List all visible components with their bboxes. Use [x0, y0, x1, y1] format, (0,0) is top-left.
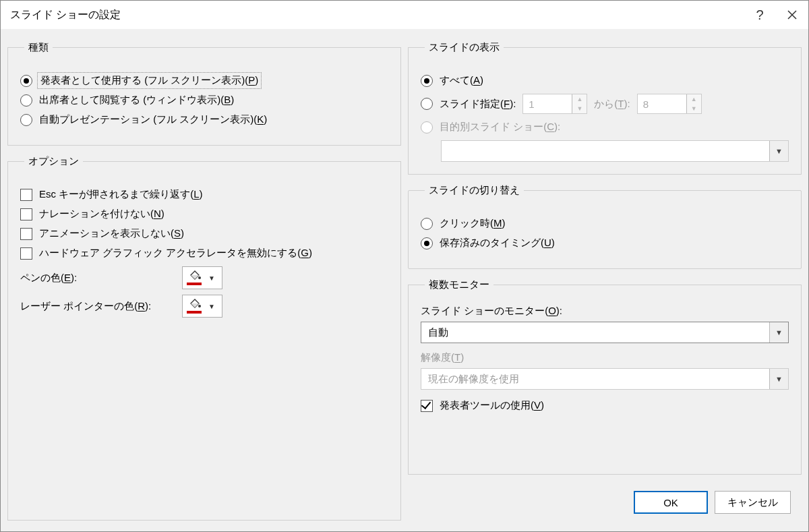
dialog-title: スライド ショーの設定: [10, 8, 121, 22]
chevron-down-icon: ▼: [769, 369, 788, 389]
group-monitors: 複数モニター スライド ショーのモニター(O): 自動 ▼ 解像度(T) 現在の…: [408, 278, 802, 475]
resolution-value: 現在の解像度を使用: [428, 373, 769, 386]
check-presenter-view[interactable]: 発表者ツールの使用(V): [421, 399, 789, 412]
label-pen-color: ペンの色(E):: [20, 272, 175, 285]
checkbox-icon: [20, 208, 32, 220]
radio-icon: [20, 114, 32, 126]
chevron-down-icon: ▼: [769, 322, 788, 343]
legend-monitors: 複数モニター: [425, 278, 493, 291]
chevron-down-icon: ▼: [206, 274, 218, 282]
paint-bucket-icon: [187, 270, 202, 285]
check-loop[interactable]: Esc キーが押されるまで繰り返す(L): [20, 188, 388, 201]
spin-up-icon[interactable]: ▲: [687, 94, 701, 104]
radio-custom-show: 目的別スライド ショー(C):: [421, 121, 789, 134]
slide-to-spinner[interactable]: ▲▼: [637, 94, 702, 114]
cancel-button[interactable]: キャンセル: [715, 491, 791, 514]
group-show-slides: スライドの表示 すべて(A) スライド指定(F): ▲▼ から(T):: [408, 41, 802, 175]
spin-up-icon[interactable]: ▲: [572, 94, 587, 104]
radio-icon: [20, 94, 32, 107]
svg-point-1: [198, 305, 201, 307]
radio-icon: [421, 218, 433, 230]
label-to: から(T):: [594, 98, 630, 111]
spin-down-icon[interactable]: ▼: [687, 104, 701, 113]
group-show-type: 種類 発表者として使用する (フル スクリーン表示)(P) 出席者として閲覧する…: [7, 41, 401, 146]
svg-point-0: [198, 276, 201, 279]
legend-show-type: 種類: [24, 41, 53, 54]
spin-down-icon[interactable]: ▼: [572, 104, 587, 113]
label-resolution: 解像度(T): [421, 351, 789, 364]
group-advance-slides: スライドの切り替え クリック時(M) 保存済みのタイミング(U): [408, 184, 802, 269]
close-icon: [787, 10, 797, 20]
help-button[interactable]: ?: [744, 1, 776, 29]
radio-icon: [421, 121, 433, 134]
slideshow-settings-dialog: スライド ショーの設定 ? 種類 発表者として使用する (フル スクリーン表示)…: [0, 0, 809, 532]
legend-advance-slides: スライドの切り替え: [425, 184, 524, 197]
monitor-select[interactable]: 自動 ▼: [421, 322, 789, 343]
paint-bucket-icon: [187, 299, 202, 314]
radio-presenter[interactable]: 発表者として使用する (フル スクリーン表示)(P): [20, 74, 388, 87]
custom-show-select: ▼: [441, 140, 789, 162]
radio-slides-all[interactable]: すべて(A): [421, 74, 789, 87]
chevron-down-icon: ▼: [769, 141, 788, 161]
legend-options: オプション: [24, 155, 83, 168]
radio-advance-timings[interactable]: 保存済みのタイミング(U): [421, 237, 789, 249]
check-no-animation[interactable]: アニメーションを表示しない(S): [20, 227, 388, 240]
slide-from-input[interactable]: [523, 94, 572, 113]
checkbox-icon: [421, 400, 433, 412]
label-monitor: スライド ショーのモニター(O):: [421, 305, 789, 318]
checkbox-icon: [20, 189, 32, 201]
resolution-select: 現在の解像度を使用 ▼: [421, 368, 789, 390]
radio-icon: [421, 75, 433, 87]
group-options: オプション Esc キーが押されるまで繰り返す(L) ナレーションを付けない(N…: [7, 155, 401, 521]
radio-slides-range[interactable]: スライド指定(F):: [421, 98, 516, 111]
radio-kiosk[interactable]: 自動プレゼンテーション (フル スクリーン表示)(K): [20, 113, 388, 126]
check-no-narration[interactable]: ナレーションを付けない(N): [20, 208, 388, 220]
radio-icon: [421, 98, 433, 110]
pen-color-button[interactable]: ▼: [182, 266, 222, 289]
checkbox-icon: [20, 228, 32, 240]
laser-color-button[interactable]: ▼: [182, 295, 222, 318]
slide-to-input[interactable]: [638, 94, 686, 113]
monitor-value: 自動: [428, 326, 769, 339]
chevron-down-icon: ▼: [206, 303, 218, 310]
radio-advance-manual[interactable]: クリック時(M): [421, 217, 789, 230]
radio-icon: [421, 237, 433, 249]
label-laser-color: レーザー ポインターの色(R):: [20, 300, 175, 313]
checkbox-icon: [20, 247, 32, 260]
radio-icon: [20, 75, 32, 87]
close-button[interactable]: [776, 1, 808, 29]
ok-button[interactable]: OK: [634, 491, 708, 514]
radio-browsed[interactable]: 出席者として閲覧する (ウィンドウ表示)(B): [20, 94, 388, 107]
dialog-footer: OK キャンセル: [408, 484, 802, 525]
check-disable-hw-accel[interactable]: ハードウェア グラフィック アクセラレータを無効にする(G): [20, 247, 388, 260]
legend-show-slides: スライドの表示: [425, 41, 504, 54]
slide-from-spinner[interactable]: ▲▼: [522, 94, 587, 114]
titlebar: スライド ショーの設定 ?: [1, 1, 808, 29]
